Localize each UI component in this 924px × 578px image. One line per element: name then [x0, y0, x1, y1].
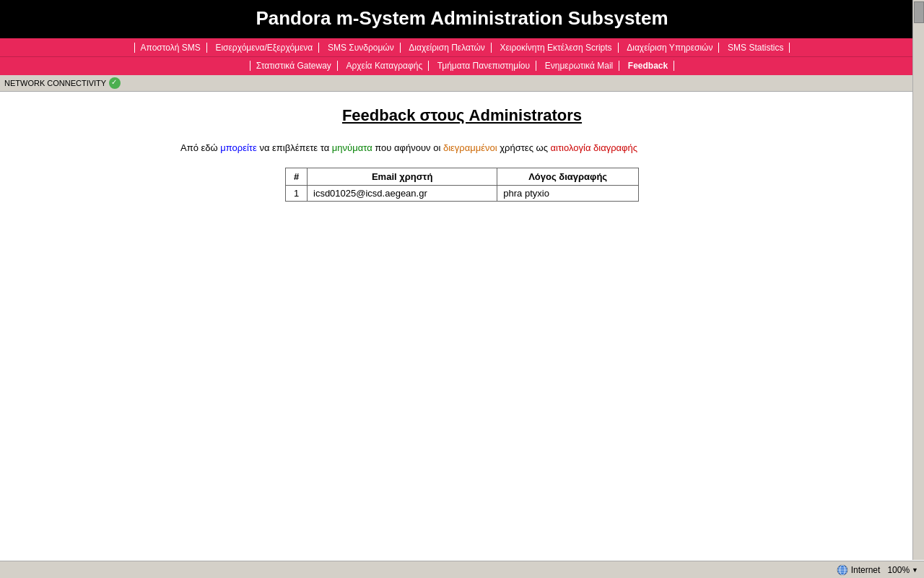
nav2-item-arxeia-katagrafis[interactable]: Αρχεία Καταγραφής — [340, 61, 429, 71]
nav1-item-diachirissi-pelatwn[interactable]: Διαχείριση Πελατών — [403, 43, 492, 53]
nav2-item-statistika-gateway[interactable]: Στατιστικά Gateway — [250, 61, 338, 71]
col-header-reason: Λόγος διαγραφής — [497, 168, 639, 186]
nav1-item-cheirokiniti[interactable]: Χειροκίνητη Εκτέλεση Scripts — [494, 43, 618, 53]
main-content: Feedback στους Administrators Από εδώ μπ… — [0, 92, 924, 216]
desc-mid2: που αφήνουν οι — [372, 142, 443, 153]
nav-bar-2: Στατιστικά Gateway Αρχεία Καταγραφής Τμή… — [0, 57, 924, 75]
nav2-item-feedback[interactable]: Feedback — [622, 61, 674, 71]
nav2-item-tmimata-panepistemiou[interactable]: Τμήματα Πανεπιστημίου — [432, 61, 536, 71]
page-title: Feedback στους Administrators — [22, 106, 902, 125]
desc-prefix: Από εδώ — [180, 142, 220, 153]
desc-word-red: αιτιολογία διαγραφής — [551, 142, 637, 153]
desc-mid3: χρήστες ως — [497, 142, 551, 153]
zoom-label: 100% — [887, 565, 910, 575]
scrollbar-right[interactable] — [912, 0, 924, 560]
feedback-table: # Email χρηστή Λόγος διαγραφής 1icsd0102… — [285, 168, 639, 202]
desc-word-blue: μπορείτε — [220, 142, 257, 153]
desc-mid1: να επιβλέπετε τα — [257, 142, 332, 153]
statusbar: Internet 100% ▼ — [0, 561, 924, 578]
feedback-table-body: 1icsd01025@icsd.aegean.grphra ptyxio — [286, 186, 639, 202]
nav1-item-diachirissi-ypiresiwn[interactable]: Διαχείριση Υπηρεσιών — [621, 43, 719, 53]
globe-icon — [837, 564, 848, 576]
nav-bar-1: Αποστολή SMS Εισερχόμενα/Εξερχόμενα SMS … — [0, 38, 924, 57]
col-header-num: # — [286, 168, 308, 186]
desc-word-orange: διεγραμμένοι — [443, 142, 497, 153]
status-zone-label: Internet — [851, 565, 881, 575]
nav1-item-sms-syndromwn[interactable]: SMS Συνδρομών — [322, 43, 401, 53]
zoom-control[interactable]: 100% ▼ — [887, 565, 918, 575]
cell-num: 1 — [286, 186, 308, 202]
description-text: Από εδώ μπορείτε να επιβλέπετε τα μηνύμα… — [180, 142, 744, 153]
table-row: 1icsd01025@icsd.aegean.grphra ptyxio — [286, 186, 639, 202]
nav1-item-sms-statistics[interactable]: SMS Statistics — [722, 43, 790, 53]
nav2-item-enimerotika-mail[interactable]: Ενημερωτικά Mail — [539, 61, 620, 71]
header: Pandora m-System Administration Subsyste… — [0, 0, 924, 38]
nav1-item-apostoli[interactable]: Αποστολή SMS — [134, 43, 207, 53]
cell-reason: phra ptyxio — [497, 186, 639, 202]
cell-email: icsd01025@icsd.aegean.gr — [308, 186, 497, 202]
nav1-item-eisercomena[interactable]: Εισερχόμενα/Εξερχόμενα — [209, 43, 319, 53]
scrollbar-thumb[interactable] — [914, 1, 924, 23]
status-zone: Internet — [837, 564, 881, 576]
table-header-row: # Email χρηστή Λόγος διαγραφής — [286, 168, 639, 186]
network-label: NETWORK CONNECTIVITY — [4, 79, 106, 87]
network-status-icon — [109, 77, 121, 89]
network-connectivity-bar: NETWORK CONNECTIVITY — [0, 75, 924, 92]
zoom-dropdown-icon[interactable]: ▼ — [912, 566, 918, 574]
col-header-email: Email χρηστή — [308, 168, 497, 186]
desc-word-green: μηνύματα — [332, 142, 372, 153]
app-title: Pandora m-System Administration Subsyste… — [0, 7, 924, 30]
